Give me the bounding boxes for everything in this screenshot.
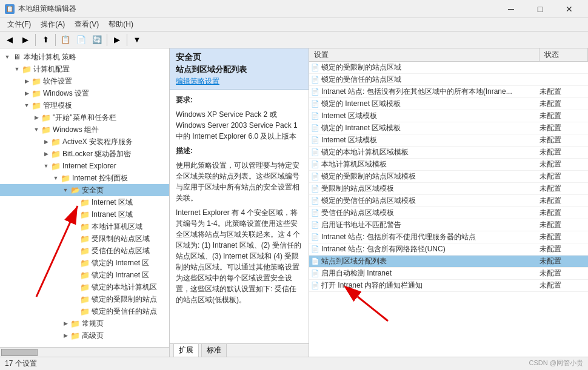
close-button[interactable]: ✕ (555, 0, 583, 18)
folder-icon-activex: 📁 (51, 137, 61, 147)
tree-horizontal-scrollbar[interactable] (0, 347, 169, 357)
toggle-ie-panel[interactable]: ▼ (51, 173, 61, 183)
right-row[interactable]: 📄锁定的 Internet 区域模板未配置 (309, 98, 588, 110)
right-row[interactable]: 📄受限制的站点区域模板未配置 (309, 183, 588, 195)
tree-item-internet-zone[interactable]: 📁 Internet 区域 (0, 196, 169, 208)
toggle-advanced[interactable]: ▶ (61, 331, 70, 340)
label-local-policy: 本地计算机 策略 (24, 52, 76, 62)
right-row[interactable]: 📄受信任的站点区域模板未配置 (309, 207, 588, 219)
folder-icon-wincomp: 📁 (41, 125, 51, 134)
right-row[interactable]: 📄Intranet 站点: 包含所有网络路径(UNC)未配置 (309, 243, 588, 256)
toggle-ie[interactable]: ▼ (41, 161, 51, 171)
right-row[interactable]: 📄锁定的受信任的站点区域 (309, 74, 588, 86)
toggle-admin-templates[interactable]: ▼ (22, 101, 32, 110)
toggle-activex[interactable]: ▶ (41, 137, 51, 147)
toggle-start-menu[interactable]: ▶ (32, 113, 41, 122)
tree-item-restricted-zone[interactable]: 📁 受限制的站点区域 (0, 233, 169, 245)
col-header-settings[interactable]: 设置 (309, 48, 540, 61)
tree-item-general[interactable]: ▶ 📁 常规页 (0, 317, 169, 329)
tree-item-start-menu[interactable]: ▶ 📁 "开始"菜单和任务栏 (0, 111, 169, 124)
maximize-button[interactable]: □ (526, 0, 554, 18)
folder-icon-windows-settings: 📁 (32, 88, 41, 98)
tab-standard[interactable]: 标准 (201, 343, 227, 357)
row-setting-status: 未配置 (540, 208, 588, 218)
folder-icon-locked-local: 📁 (80, 282, 90, 292)
minimize-button[interactable]: ─ (497, 0, 525, 18)
tree-item-locked-internet[interactable]: 📁 锁定的 Internet 区 (0, 257, 169, 269)
toggle-local-policy[interactable]: ▼ (2, 52, 12, 62)
paste-button[interactable]: 📄 (74, 33, 89, 47)
tree-item-bitlocker[interactable]: ▶ 📁 BitLocker 驱动器加密 (0, 148, 169, 160)
toggle-security-page[interactable]: ▼ (61, 185, 70, 195)
tree-item-activex[interactable]: ▶ 📁 ActiveX 安装程序服务 (0, 136, 169, 148)
right-row[interactable]: 📄锁定的受限制的站点区域模板未配置 (309, 171, 588, 183)
tree-item-locked-local[interactable]: 📁 锁定的本地计算机区 (0, 281, 169, 293)
tree-item-ie[interactable]: ▼ 📁 Internet Explorer (0, 160, 169, 172)
folder-icon-admin: 📁 (32, 101, 41, 110)
tree-item-ie-panel[interactable]: ▼ 📁 Internet 控制面板 (0, 172, 169, 184)
menu-file[interactable]: 文件(F) (2, 18, 36, 31)
tree-item-trusted-zone[interactable]: 📁 受信任的站点区域 (0, 245, 169, 257)
label-local-zone: 本地计算机区域 (92, 222, 142, 232)
right-row[interactable]: 📄锁定的 Intranet 区域模板未配置 (309, 122, 588, 134)
tree-item-advanced[interactable]: ▶ 📁 高级页 (0, 329, 169, 342)
row-setting-icon: 📄 (309, 183, 321, 195)
title-bar: 📋 本地组策略编辑器 ─ □ ✕ (0, 0, 588, 18)
back-button[interactable]: ◀ (2, 33, 17, 47)
right-row[interactable]: 📄锁定的本地计算机区域模板未配置 (309, 147, 588, 159)
menu-help[interactable]: 帮助(H) (104, 18, 138, 31)
tree-item-security-page[interactable]: ▼ 📂 安全页 (0, 184, 169, 196)
right-row[interactable]: 📄本地计算机区域模板未配置 (309, 159, 588, 171)
right-row[interactable]: 📄锁定的受限制的站点区域 (309, 62, 588, 74)
toggle-computer-config[interactable]: ▼ (12, 64, 22, 74)
right-row[interactable]: 📄启用自动检测 Intranet未配置 (309, 268, 588, 280)
label-ie: Internet Explorer (62, 162, 116, 170)
right-row[interactable]: 📄启用证书地址不匹配警告未配置 (309, 219, 588, 231)
toggle-windows-comp[interactable]: ▼ (32, 125, 41, 134)
row-setting-name: Intranet 站点: 包括没有列在其他区域中的所有本地(Inrane... (321, 87, 540, 97)
row-setting-name: 受信任的站点区域模板 (321, 208, 540, 218)
up-button[interactable]: ⬆ (38, 33, 53, 47)
refresh-button[interactable]: 🔄 (90, 33, 104, 47)
forward-button[interactable]: ▶ (18, 33, 33, 47)
toggle-bitlocker[interactable]: ▶ (41, 149, 51, 159)
copy-button[interactable]: 📋 (58, 33, 73, 47)
tree-item-intranet-zone[interactable]: 📁 Intranet 区域 (0, 208, 169, 220)
spacer-restricted (70, 234, 80, 243)
properties-button[interactable]: ▶ (110, 33, 124, 47)
tree-item-locked-intranet[interactable]: 📁 锁定的 Intranet 区 (0, 269, 169, 281)
right-row[interactable]: 📄Internet 区域模板未配置 (309, 134, 588, 147)
folder-icon-software: 📁 (32, 76, 41, 86)
col-header-status[interactable]: 状态 (540, 48, 588, 61)
right-row[interactable]: 📄锁定的受信任的站点区域模板未配置 (309, 195, 588, 207)
right-row[interactable]: 📄Intranet 站点: 包括所有不使用代理服务器的站点未配置 (309, 231, 588, 243)
tree-item-local-zone[interactable]: 📁 本地计算机区域 (0, 220, 169, 233)
tree-item-computer-config[interactable]: ▼ 📁 计算机配置 (0, 63, 169, 75)
label-intranet-zone: Intranet 区域 (92, 210, 133, 220)
folder-icon-restricted-zone: 📁 (80, 234, 90, 243)
toggle-general[interactable]: ▶ (61, 319, 70, 328)
edit-policy-link[interactable]: 编辑策略设置 (176, 76, 302, 87)
tab-expand[interactable]: 扩展 (173, 343, 199, 357)
tree-item-windows-settings[interactable]: ▶ 📁 Windows 设置 (0, 87, 169, 99)
tree-item-software[interactable]: ▶ 📁 软件设置 (0, 75, 169, 87)
tree-item-locked-restricted[interactable]: 📁 锁定的受限制的站点 (0, 293, 169, 305)
tree-item-locked-trusted[interactable]: 📁 锁定的受信任的站点 (0, 305, 169, 317)
right-row[interactable]: 📄站点到区域分配列表未配置 (309, 256, 588, 268)
label-windows-components: Windows 组件 (53, 125, 99, 135)
toggle-software[interactable]: ▶ (22, 76, 32, 86)
menu-action[interactable]: 操作(A) (36, 18, 70, 31)
toggle-windows-settings[interactable]: ▶ (22, 88, 32, 98)
right-row[interactable]: 📄Internet 区域模板未配置 (309, 110, 588, 122)
menu-view[interactable]: 查看(V) (70, 18, 104, 31)
settings-count: 17 个设置 (5, 358, 37, 369)
label-locked-intranet: 锁定的 Intranet 区 (92, 270, 149, 280)
right-row[interactable]: 📄打开 Intranet 内容的通知栏通知未配置 (309, 280, 588, 292)
right-row[interactable]: 📄Intranet 站点: 包括没有列在其他区域中的所有本地(Inrane...… (309, 86, 588, 98)
spacer-locked-local (70, 282, 80, 292)
label-restricted-zone: 受限制的站点区域 (92, 234, 150, 244)
tree-item-windows-components[interactable]: ▼ 📁 Windows 组件 (0, 124, 169, 136)
tree-item-admin-templates[interactable]: ▼ 📁 管理模板 (0, 99, 169, 111)
tree-item-local-policy[interactable]: ▼ 🖥 本地计算机 策略 (0, 51, 169, 63)
filter-button[interactable]: ▼ (130, 33, 144, 47)
